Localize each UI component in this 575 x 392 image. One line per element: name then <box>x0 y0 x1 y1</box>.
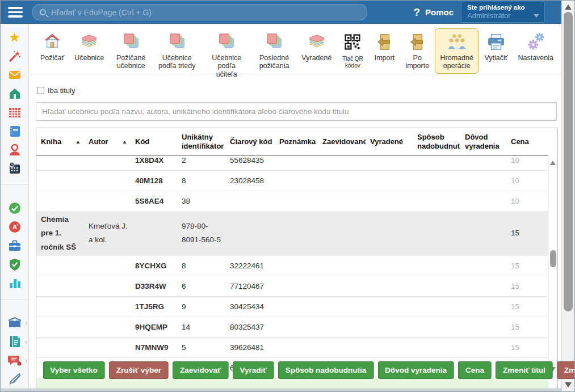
sidebar-item-home[interactable] <box>7 87 22 100</box>
hamburger-menu-icon[interactable] <box>8 7 23 18</box>
sidebar-item-messages[interactable] <box>7 68 22 82</box>
cell-autor: Kmeťová J. a kol. <box>84 218 131 248</box>
only-titles-checkbox[interactable] <box>37 87 44 94</box>
cell-ciarovy-kod: 77120467 <box>225 281 275 292</box>
table-row[interactable]: N7MNW9 5 39626481 15 <box>36 338 548 358</box>
books-table: Kniha▲ Autor▲ Kód Unikátny identifikátor… <box>36 128 558 389</box>
column-header-cena[interactable]: Cena <box>506 137 544 146</box>
toolbar-item-label: Po importe <box>405 54 429 70</box>
notebook-icon <box>8 124 22 138</box>
sidebar-item-communication[interactable]: › <box>7 353 22 367</box>
sort-asc-icon: ▲ <box>122 139 127 145</box>
cancel-selection-button[interactable]: Zrušiť výber <box>109 361 169 379</box>
scroll-down-icon[interactable] <box>565 382 572 387</box>
scroll-up-icon[interactable] <box>550 161 556 165</box>
book-search-input[interactable] <box>36 102 557 121</box>
sidebar-item-results[interactable] <box>7 276 22 290</box>
sidebar-item-grades[interactable]: A+ <box>7 220 22 234</box>
column-header-ciarovy-kod[interactable]: Čiarový kód <box>225 137 275 146</box>
table-row[interactable]: 1X8D4X 2 55628435 10 <box>36 156 548 171</box>
delete-button[interactable]: Zmazať <box>557 361 575 379</box>
table-row[interactable]: D33R4W 6 77120467 15 <box>36 276 548 297</box>
cell-ciarovy-kod: 39626481 <box>225 342 275 353</box>
cell-kod: D33R4W <box>131 281 177 292</box>
toolbar-item-tlac-qr-kodov[interactable]: Tlač QR kódov <box>337 28 368 72</box>
toolbar-item-vyradene[interactable]: Vyradené <box>297 28 336 65</box>
column-header-zaevidovane[interactable]: Zaevidované <box>318 137 366 146</box>
table-row[interactable]: 40M128 8 23028458 10 <box>36 171 548 191</box>
sidebar-item-library[interactable]: › <box>7 316 22 330</box>
sidebar-item-sign[interactable] <box>7 372 22 386</box>
toolbar-item-label: Nastavenia <box>518 54 553 62</box>
table-row[interactable]: 8YCHXG 8 32222461 15 <box>36 256 548 276</box>
column-header-unikatny-identifikator[interactable]: Unikátny identifikátor <box>177 133 225 150</box>
table-scrollbar[interactable] <box>548 156 557 389</box>
scroll-up-icon[interactable] <box>565 5 572 10</box>
toolbar-item-ucebnice-podla-triedy[interactable]: Učebnice podľa triedy <box>153 28 201 74</box>
table-row-selected[interactable]: C407E4 1 63025483 15 <box>36 378 548 389</box>
cell-cena: 15 <box>506 301 544 312</box>
column-header-kod[interactable]: Kód <box>131 137 177 146</box>
toolbar-item-label: Tlač QR kódov <box>342 56 363 69</box>
sidebar-item-control[interactable] <box>7 258 22 271</box>
toolbar-item-vytlacit[interactable]: Vytlačiť <box>480 28 512 65</box>
sidebar-item-star[interactable]: ★ <box>7 31 22 44</box>
sidebar-item-wizard[interactable] <box>7 49 22 63</box>
sidebar-item-timetable[interactable] <box>7 106 22 119</box>
sidebar-item-students[interactable] <box>7 143 22 157</box>
cell-unikatny-identifikator: 5 <box>177 342 225 353</box>
chevron-down-icon <box>534 14 539 18</box>
column-header-poznamka[interactable]: Poznámka <box>275 137 318 146</box>
price-button[interactable]: Cena <box>458 361 492 379</box>
briefcase-icon <box>8 239 22 252</box>
table-row-title[interactable]: Chémia pre 1. ročník SŠ Kmeťová J. a kol… <box>36 212 548 256</box>
sidebar: ★ A+ <box>1 24 29 389</box>
toolbar-item-pozicat[interactable]: Požičať <box>36 28 69 65</box>
star-icon: ★ <box>9 31 21 44</box>
column-header-autor[interactable]: Autor▲ <box>84 137 131 146</box>
question-mark-icon: ? <box>413 6 420 19</box>
table-scrollbar-thumb[interactable] <box>550 250 556 267</box>
change-title-button[interactable]: Zmeniť titul <box>496 361 553 379</box>
toolbar-item-pozicane-ucebnice[interactable]: Požičané učebnice <box>110 28 152 74</box>
discard-button[interactable]: Vyradiť <box>233 361 274 379</box>
global-search-input[interactable] <box>51 8 360 17</box>
toolbar-item-ucebnice[interactable]: Učebnice <box>70 28 108 65</box>
help-button[interactable]: ? Pomoc <box>413 1 454 24</box>
column-header-vyradene[interactable]: Vyradené <box>366 137 413 146</box>
cell-unikatny-identifikator: 14 <box>177 322 225 332</box>
page-scrollbar[interactable] <box>561 1 574 391</box>
sidebar-item-classbook[interactable] <box>7 124 22 138</box>
column-header-kniha[interactable]: Kniha▲ <box>36 137 84 146</box>
select-all-button[interactable]: Vyber všetko <box>43 361 105 379</box>
toolbar-item-hromadne-operacie[interactable]: Hromadné operácie <box>435 28 479 74</box>
table-row[interactable]: 5S6AE4 38 10 <box>36 191 548 212</box>
acquisition-method-button[interactable]: Spôsob nadobudnutia <box>278 361 373 379</box>
sidebar-item-calendar[interactable] <box>7 162 22 175</box>
toolbar-item-nastavenia[interactable]: Nastavenia <box>513 28 558 65</box>
account-dropdown[interactable]: Ste prihlásený ako Administrátor <box>461 2 545 23</box>
cell-kod: 40M128 <box>131 175 177 186</box>
cell-unikatny-identifikator: 2 <box>177 156 225 166</box>
toolbar-item-ucebnice-podla-ucitela[interactable]: Učebnice podľa učiteľa <box>202 28 251 82</box>
toolbar-item-label: Posledné požičania <box>257 54 292 70</box>
sidebar-item-attendance[interactable] <box>7 201 22 215</box>
toolbar-item-posledne-pozicania[interactable]: Posledné požičania <box>253 28 296 74</box>
toolbar-item-po-importe[interactable]: Po importe <box>401 28 434 74</box>
column-header-dovod-vyradenia[interactable]: Dôvod vyradenia <box>460 133 506 150</box>
global-search[interactable] <box>32 4 367 20</box>
table-row[interactable]: 1TJ5RG 9 30425434 15 <box>36 297 548 317</box>
page-scrollbar-thumb[interactable] <box>564 12 573 311</box>
cell-kod: 8YCHXG <box>131 260 177 271</box>
only-titles-checkbox-row: Iba tituly <box>37 86 75 95</box>
discard-reason-button[interactable]: Dôvod vyradenia <box>377 361 454 379</box>
toolbar-item-import[interactable]: Import <box>369 28 400 65</box>
column-header-sposob-nadobudnutia[interactable]: Spôsob nadobudnutia <box>413 133 460 150</box>
sidebar-item-agenda[interactable] <box>7 239 22 252</box>
register-button[interactable]: Zaevidovať <box>173 361 229 379</box>
table-body: 1X8D4X 2 55628435 10 40M128 8 23028458 1… <box>36 156 548 389</box>
window-bottom-edge <box>1 389 561 391</box>
table-row[interactable]: 9HQEMP 14 80325437 15 <box>36 317 548 338</box>
sidebar-item-documents[interactable]: › <box>7 335 22 348</box>
house-icon <box>8 87 22 100</box>
